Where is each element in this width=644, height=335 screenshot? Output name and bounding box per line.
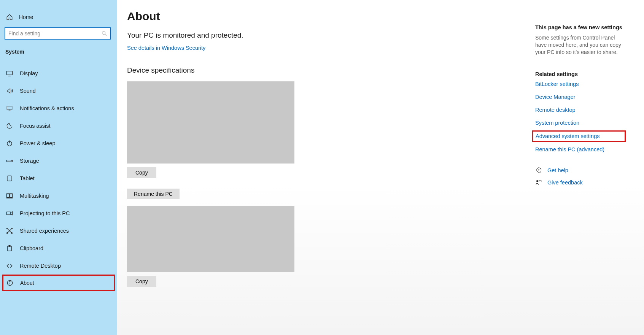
svg-rect-11 — [7, 194, 10, 198]
sidebar-item-sound[interactable]: Sound — [0, 82, 117, 100]
get-help-link[interactable]: Get help — [547, 167, 568, 173]
sidebar-item-label: Power & sleep — [20, 140, 56, 146]
notifications-icon — [6, 105, 13, 112]
sidebar-item-storage[interactable]: Storage — [0, 152, 117, 170]
svg-text:?: ? — [538, 168, 539, 171]
sidebar-item-label: About — [20, 280, 34, 286]
svg-point-26 — [10, 281, 10, 282]
display-icon — [6, 70, 13, 77]
related-settings-heading: Related settings — [535, 71, 623, 77]
get-help-icon: ? — [535, 167, 542, 174]
sidebar-item-label: Display — [20, 70, 38, 76]
svg-rect-2 — [7, 71, 13, 75]
multitasking-icon — [6, 192, 13, 199]
rename-pc-button[interactable]: Rename this PC — [127, 189, 180, 199]
right-panel: This page has a few new settings Some se… — [535, 24, 623, 186]
link-bitlocker[interactable]: BitLocker settings — [535, 81, 623, 87]
info-icon — [6, 279, 13, 286]
home-icon — [6, 14, 13, 21]
sidebar-item-clipboard[interactable]: Clipboard — [0, 240, 117, 257]
sidebar-item-label: Clipboard — [20, 245, 43, 251]
sidebar-item-label: Focus assist — [20, 123, 51, 129]
right-panel-new-heading: This page has a few new settings — [535, 24, 623, 30]
focus-assist-icon — [6, 122, 13, 129]
shared-experiences-icon — [6, 227, 13, 234]
main-content: About Your PC is monitored and protected… — [117, 0, 644, 335]
link-device-manager[interactable]: Device Manager — [535, 94, 623, 100]
search-input[interactable] — [8, 30, 101, 37]
link-advanced-system-settings[interactable]: Advanced system settings — [536, 133, 599, 139]
sidebar-item-label: Projecting to this PC — [20, 210, 70, 216]
related-links: BitLocker settings Device Manager Remote… — [535, 81, 623, 152]
sidebar-item-projecting[interactable]: Projecting to this PC — [0, 205, 117, 222]
copy-device-spec-button[interactable]: Copy — [127, 167, 156, 178]
sidebar-item-remote-desktop[interactable]: Remote Desktop — [0, 257, 117, 275]
sidebar-item-multitasking[interactable]: Multitasking — [0, 187, 117, 205]
page-title: About — [127, 10, 629, 23]
svg-rect-12 — [10, 194, 13, 198]
give-feedback-row[interactable]: Give feedback — [535, 179, 623, 186]
sidebar-item-label: Shared experiences — [20, 228, 69, 234]
svg-line-1 — [105, 34, 107, 36]
settings-sidebar: Home System Display Sound Notifications … — [0, 0, 117, 335]
svg-rect-29 — [539, 180, 541, 182]
sound-icon — [6, 87, 13, 94]
svg-point-0 — [102, 32, 105, 35]
right-panel-new-text: Some settings from Control Panel have mo… — [535, 34, 623, 56]
sidebar-item-notifications[interactable]: Notifications & actions — [0, 100, 117, 117]
remote-desktop-icon — [6, 262, 13, 269]
sidebar-item-label: Multitasking — [20, 193, 49, 199]
storage-icon — [6, 157, 13, 164]
svg-rect-4 — [7, 106, 12, 110]
help-section: ? Get help Give feedback — [535, 167, 623, 186]
search-box[interactable] — [5, 27, 111, 40]
home-label: Home — [19, 14, 33, 20]
power-icon — [6, 140, 13, 147]
windows-security-link[interactable]: See details in Windows Security — [127, 45, 205, 51]
sidebar-section-label: System — [0, 42, 117, 59]
sidebar-item-display[interactable]: Display — [0, 65, 117, 82]
sidebar-item-label: Tablet — [20, 175, 35, 181]
feedback-icon — [535, 179, 542, 186]
svg-point-8 — [11, 160, 12, 161]
link-remote-desktop[interactable]: Remote desktop — [535, 107, 623, 113]
svg-rect-15 — [7, 212, 11, 215]
link-system-protection[interactable]: System protection — [535, 120, 623, 126]
link-advanced-system-highlight: Advanced system settings — [532, 130, 626, 142]
tablet-icon — [6, 175, 13, 182]
sidebar-item-label: Remote Desktop — [20, 263, 61, 269]
sidebar-item-focus-assist[interactable]: Focus assist — [0, 117, 117, 135]
search-wrap — [0, 24, 117, 42]
sidebar-item-tablet[interactable]: Tablet — [0, 170, 117, 187]
sidebar-item-label: Sound — [20, 88, 36, 94]
link-rename-pc-advanced[interactable]: Rename this PC (advanced) — [535, 146, 623, 152]
sidebar-item-shared-experiences[interactable]: Shared experiences — [0, 222, 117, 240]
sidebar-nav: Display Sound Notifications & actions Fo… — [0, 59, 117, 291]
get-help-row[interactable]: ? Get help — [535, 167, 623, 174]
search-icon — [101, 30, 107, 37]
copy-windows-spec-button[interactable]: Copy — [127, 276, 156, 287]
sidebar-item-about[interactable]: About — [2, 275, 115, 291]
projecting-icon — [6, 210, 13, 217]
clipboard-icon — [6, 245, 13, 252]
sidebar-home[interactable]: Home — [0, 11, 117, 24]
sidebar-item-label: Notifications & actions — [20, 105, 74, 111]
sidebar-item-label: Storage — [20, 158, 39, 164]
windows-spec-block — [127, 206, 294, 272]
sidebar-item-power-sleep[interactable]: Power & sleep — [0, 135, 117, 152]
device-spec-block — [127, 81, 294, 164]
give-feedback-link[interactable]: Give feedback — [547, 179, 583, 186]
svg-point-28 — [536, 180, 538, 182]
